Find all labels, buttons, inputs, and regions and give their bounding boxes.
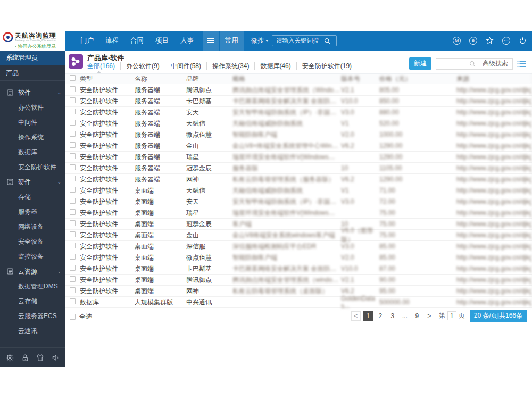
row-checkbox[interactable]	[70, 198, 80, 205]
table-row[interactable]: 安全防护软件 服务器端 安天 安天智甲终端防御系统（IP）·非国产芯片版本 V3…	[65, 107, 532, 118]
table-row[interactable]: 安全防护软件 服务器端 瑞星 瑞星环境安全终端软件V(Windows版)·服务器…	[65, 152, 532, 163]
row-checkbox[interactable]	[70, 153, 80, 161]
sidebar-subitem[interactable]: 服务器	[0, 204, 65, 219]
gear-icon[interactable]	[6, 354, 14, 362]
table-search-input[interactable]	[436, 59, 467, 69]
sidebar-subitem[interactable]: 数据管理DMS	[0, 279, 65, 294]
table-row[interactable]: 安全防护软件 服务器端 卡巴斯基 卡巴斯基网络安全解决方案 全面防护版 针对信息…	[65, 96, 532, 107]
list-view-icon[interactable]	[517, 60, 526, 68]
more-icon[interactable]: ···	[502, 37, 510, 45]
ecology-e-icon[interactable]: e	[469, 37, 477, 45]
table-row[interactable]: 安全防护软件 桌面端 腾讯御点 腾讯御点终端安全管理系统（windows版）V2…	[65, 275, 532, 286]
sidebar-subitem[interactable]: 网络设备	[0, 219, 65, 234]
table-row[interactable]: 安全防护软件 桌面端 卡巴斯基 卡巴斯基网络安全解决方案 全面防护版·标准版（+…	[65, 263, 532, 275]
sidebar-subitem[interactable]: 办公软件	[0, 100, 65, 115]
row-checkbox[interactable]	[70, 298, 80, 306]
nav-item[interactable]: 人事	[174, 31, 200, 51]
row-checkbox[interactable]	[70, 131, 80, 138]
nav-item[interactable]: 流程	[99, 31, 124, 51]
select-all-header-checkbox[interactable]	[70, 75, 80, 82]
page-button[interactable]: 1	[363, 311, 373, 321]
category-tab[interactable]: 操作系统(34)	[207, 62, 255, 70]
power-icon[interactable]	[519, 37, 527, 45]
nav-item[interactable]: 合同	[124, 31, 149, 51]
table-row[interactable]: 安全防护软件 服务器端 天融信 天融信终端威胁防御系统 V1 520.00 ht…	[65, 118, 532, 129]
table-row[interactable]: 安全防护软件 桌面端 冠群金辰 客户端 10 75.00 http://www.…	[65, 219, 532, 230]
table-row[interactable]: 安全防护软件 桌面端 微点佰慧 智能防御客户端 V2.0 85.00 http:…	[65, 252, 532, 263]
cell-price: 90.00	[379, 276, 456, 284]
top-search-input[interactable]: 请输入关键词搜	[272, 35, 337, 46]
nav-quick-access[interactable]: 常用	[220, 31, 244, 51]
nav-menu-button[interactable]	[203, 31, 219, 51]
table-row[interactable]: 安全防护软件 服务器端 微点佰慧 智能防御客户端 V2.0 1000.00 ht…	[65, 129, 532, 140]
oa-login-link[interactable]: · 协同办公系统登录	[3, 43, 62, 50]
theme-shirt-icon[interactable]	[36, 354, 44, 362]
table-row[interactable]: 安全防护软件 桌面端 深信服 深信服终端检测响应平台EDR V3.0 85.00…	[65, 241, 532, 252]
advanced-search-button[interactable]: 高级搜索	[478, 59, 512, 69]
cell-source: http://www.zjcg.gov.cn/djkg/	[456, 230, 532, 240]
sound-icon[interactable]	[52, 354, 60, 362]
page-size-summary[interactable]: 20 条/页|共166条	[470, 310, 527, 322]
table-row[interactable]: 安全防护软件 桌面端 网神 私有云防毒墙管理系统（桌面版） V6.2 95.00…	[65, 286, 532, 297]
category-tab[interactable]: 中间件(58)	[165, 62, 207, 70]
category-tab[interactable]: 安全防护软件(19)	[297, 62, 357, 70]
page-button[interactable]: 9	[412, 311, 422, 321]
category-tab[interactable]: 办公软件(9)	[121, 62, 165, 70]
row-checkbox[interactable]	[70, 120, 80, 127]
table-row[interactable]: 安全防护软件 服务器端 金山 金山V8+终端安全系统管理中心Windows版服务…	[65, 140, 532, 152]
row-checkbox[interactable]	[70, 287, 80, 295]
lock-icon[interactable]	[21, 354, 29, 362]
table-row[interactable]: 安全防护软件 桌面端 天融信 天融信终端威胁防御系统 V1 71.00 http…	[65, 185, 532, 196]
sidebar-subitem[interactable]: 操作系统	[0, 130, 65, 145]
page-button[interactable]: 3	[388, 311, 397, 321]
sidebar-subitem[interactable]: 安全防护软件	[0, 160, 65, 174]
row-checkbox[interactable]	[70, 142, 80, 149]
jump-page-input[interactable]: 1	[447, 311, 456, 320]
prev-page-button[interactable]: <	[351, 311, 361, 321]
category-tab[interactable]: 全部(166)	[87, 62, 121, 70]
row-checkbox[interactable]	[70, 176, 80, 183]
category-tab[interactable]: 数据库(46)	[255, 62, 296, 70]
sidebar-subitem[interactable]: 安全设备	[0, 234, 65, 249]
row-checkbox[interactable]	[70, 265, 80, 272]
sidebar-subitem[interactable]: 存储	[0, 189, 65, 204]
sidebar-subitem[interactable]: 云服务器ECS	[0, 309, 65, 323]
sidebar-subitem[interactable]: 云存储	[0, 294, 65, 309]
nav-item[interactable]: 项目	[149, 31, 174, 51]
sidebar-section[interactable]: 硬件 ⌄	[0, 174, 65, 189]
row-checkbox[interactable]	[70, 97, 80, 105]
new-button[interactable]: 新建	[409, 57, 431, 70]
next-page-button[interactable]: >	[425, 311, 434, 321]
micro-search-dropdown[interactable]: 微搜	[251, 36, 269, 45]
sidebar-section[interactable]: 软件 ⌄	[0, 85, 65, 100]
table-row[interactable]: 数据库 大规模集群版 中兴通讯 GoldenData s... 500000.0…	[65, 297, 532, 308]
search-icon[interactable]	[469, 61, 476, 67]
row-checkbox[interactable]	[70, 220, 80, 228]
table-row[interactable]: 安全防护软件 桌面端 安天 安天智甲终端防御系统（IP）·非国产芯片版本 V3.…	[65, 196, 532, 207]
row-checkbox[interactable]	[70, 109, 80, 116]
sidebar-section[interactable]: 云资源 ⌄	[0, 264, 65, 279]
table-row[interactable]: 安全防护软件 服务器端 腾讯御点 腾讯御点终端安全管理系统（Windows版） …	[65, 85, 532, 96]
row-checkbox[interactable]	[70, 276, 80, 284]
sidebar-subitem[interactable]: 云通讯	[0, 323, 65, 338]
row-checkbox[interactable]	[70, 209, 80, 217]
table-row[interactable]: 安全防护软件 服务器端 冠群金辰 服务器版 10 1105.00 http://…	[65, 163, 532, 174]
row-checkbox[interactable]	[70, 254, 80, 261]
favorites-star-icon[interactable]	[486, 37, 494, 45]
select-all-checkbox[interactable]	[70, 314, 76, 320]
sidebar-subitem[interactable]: 监控设备	[0, 249, 65, 264]
sidebar-subitem[interactable]: 中间件	[0, 115, 65, 130]
message-m-icon[interactable]: M	[453, 37, 461, 45]
table-row[interactable]: 安全防护软件 桌面端 金山 金山V8终端安全系统windows客户端 V6.0（…	[65, 230, 532, 241]
row-checkbox[interactable]	[70, 187, 80, 194]
table-row[interactable]: 安全防护软件 服务器端 网神 私有云防毒墙管理系统（服务器版） V6.2 129…	[65, 174, 532, 185]
cell-source: http://www.zjcg.gov.cn/djkg/	[456, 241, 532, 252]
row-checkbox[interactable]	[70, 243, 80, 250]
table-row[interactable]: 安全防护软件 桌面端 瑞星 瑞星环境安全终端软件V(Windows版)·桌面版 …	[65, 207, 532, 219]
nav-item[interactable]: 门户	[74, 31, 99, 51]
row-checkbox[interactable]	[70, 231, 80, 239]
page-button[interactable]: 2	[376, 311, 385, 321]
row-checkbox[interactable]	[70, 86, 80, 94]
sidebar-subitem[interactable]: 数据库	[0, 145, 65, 160]
row-checkbox[interactable]	[70, 164, 80, 172]
